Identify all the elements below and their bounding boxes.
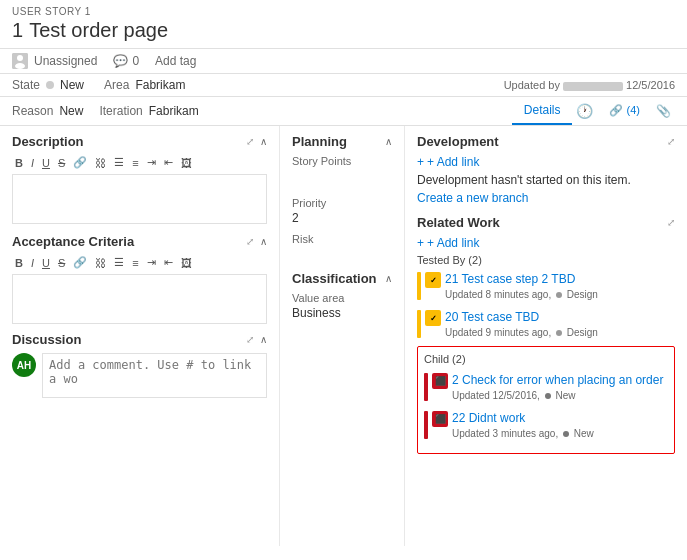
ac-italic-btn[interactable]: I xyxy=(28,256,37,270)
description-section: Description ⤢ ∧ B I U S 🔗 ⛓ ☰ ≡ ⇥ ⇤ 🖼 xyxy=(12,134,267,224)
reason-label: Reason xyxy=(12,104,53,118)
wi-icon-1: ✓ xyxy=(425,272,441,288)
acceptance-toolbar: B I U S 🔗 ⛓ ☰ ≡ ⇥ ⇤ 🖼 xyxy=(12,255,267,270)
development-title: Development xyxy=(417,134,499,149)
tab-history[interactable]: 🕐 xyxy=(572,99,597,123)
create-branch-link[interactable]: Create a new branch xyxy=(417,191,675,205)
wi-title-1[interactable]: 21 Test case step 2 TBD xyxy=(445,272,675,288)
child-icon-1: ⬛ xyxy=(432,373,448,389)
related-add-link[interactable]: + + Add link xyxy=(417,236,675,250)
state-value[interactable]: New xyxy=(60,78,84,92)
ac-underline-btn[interactable]: U xyxy=(39,256,53,270)
user-story-label: USER STORY 1 xyxy=(12,6,675,17)
classification-collapse-icon[interactable]: ∧ xyxy=(385,273,392,284)
value-area-value[interactable]: Business xyxy=(292,306,392,320)
assigned-info[interactable]: Unassigned xyxy=(12,53,97,69)
acceptance-editor[interactable] xyxy=(12,274,267,324)
child-section: Child (2) ⬛ 2 Check for error when placi… xyxy=(417,346,675,454)
priority-label: Priority xyxy=(292,197,392,209)
ac-number-btn[interactable]: ≡ xyxy=(129,256,141,270)
bold-btn[interactable]: B xyxy=(12,156,26,170)
number-list-btn[interactable]: ≡ xyxy=(129,156,141,170)
comment-input[interactable] xyxy=(42,353,267,398)
ac-indent-btn[interactable]: ⇥ xyxy=(144,255,159,270)
planning-title: Planning xyxy=(292,134,347,149)
description-maximize-icon[interactable]: ⤢ xyxy=(246,136,254,147)
acceptance-criteria-section: Acceptance Criteria ⤢ ∧ B I U S 🔗 ⛓ ☰ ≡ … xyxy=(12,234,267,324)
underline-btn[interactable]: U xyxy=(39,156,53,170)
risk-value xyxy=(292,247,392,263)
ac-link-btn[interactable]: 🔗 xyxy=(70,255,90,270)
ac-strike-btn[interactable]: S xyxy=(55,256,68,270)
comment-count: 💬 0 xyxy=(113,54,139,68)
planning-collapse-icon[interactable]: ∧ xyxy=(385,136,392,147)
list-item: ✓ 20 Test case TBD Updated 9 minutes ago… xyxy=(417,308,675,340)
link-icon: 🔗 xyxy=(609,104,623,116)
classification-title: Classification xyxy=(292,271,377,286)
bullet-list-btn[interactable]: ☰ xyxy=(111,155,127,170)
avatar: AH xyxy=(12,353,36,377)
planning-section: Planning ∧ Story Points Priority 2 Risk xyxy=(292,134,392,263)
reason-value[interactable]: New xyxy=(59,104,83,118)
list-item: ⬛ 22 Didnt work Updated 3 minutes ago, N… xyxy=(424,409,668,441)
left-column: Description ⤢ ∧ B I U S 🔗 ⛓ ☰ ≡ ⇥ ⇤ 🖼 xyxy=(0,126,280,546)
assigned-label: Unassigned xyxy=(34,54,97,68)
main-content: Description ⤢ ∧ B I U S 🔗 ⛓ ☰ ≡ ⇥ ⇤ 🖼 xyxy=(0,126,687,546)
child-details-2: 22 Didnt work Updated 3 minutes ago, New xyxy=(452,411,668,439)
image-btn[interactable]: 🖼 xyxy=(178,156,195,170)
iteration-value[interactable]: Fabrikam xyxy=(149,104,199,118)
description-editor[interactable] xyxy=(12,174,267,224)
wi-icon-2: ✓ xyxy=(425,310,441,326)
wi-details-2: 20 Test case TBD Updated 9 minutes ago, … xyxy=(445,310,675,338)
child-status-dot-2 xyxy=(563,431,569,437)
tab-attachments[interactable]: 📎 xyxy=(652,100,675,122)
updated-info: Updated by 12/5/2016 xyxy=(504,79,675,91)
discussion-collapse-icon[interactable]: ∧ xyxy=(260,334,267,345)
description-title: Description xyxy=(12,134,84,149)
header-bar: USER STORY 1 1 Test order page Unassigne… xyxy=(0,0,687,126)
italic-btn[interactable]: I xyxy=(28,156,37,170)
add-link-btn[interactable]: + + Add link xyxy=(417,155,675,169)
comment-number: 0 xyxy=(132,54,139,68)
ac-bold-btn[interactable]: B xyxy=(12,256,26,270)
wi-colorbar-1 xyxy=(417,272,421,300)
child-title-1[interactable]: 2 Check for error when placing an order xyxy=(452,373,668,389)
meta-bar: State New Area Fabrikam Updated by 12/5/… xyxy=(0,74,687,97)
link-btn[interactable]: 🔗 xyxy=(70,155,90,170)
acceptance-maximize-icon[interactable]: ⤢ xyxy=(246,236,254,247)
work-item-number: 1 xyxy=(12,19,23,42)
ac-removelink-btn[interactable]: ⛓ xyxy=(92,256,109,270)
outdent-btn[interactable]: ⇤ xyxy=(161,155,176,170)
state-label: State xyxy=(12,78,40,92)
status-dot-2 xyxy=(556,330,562,336)
child-title: Child (2) xyxy=(424,353,668,365)
add-tag-button[interactable]: Add tag xyxy=(155,54,196,68)
dev-maximize-icon[interactable]: ⤢ xyxy=(667,136,675,147)
strikethrough-btn[interactable]: S xyxy=(55,156,68,170)
child-meta-1: Updated 12/5/2016, New xyxy=(452,390,668,401)
related-maximize-icon[interactable]: ⤢ xyxy=(667,217,675,228)
wi-title-2[interactable]: 20 Test case TBD xyxy=(445,310,675,326)
indent-btn[interactable]: ⇥ xyxy=(144,155,159,170)
tab-details[interactable]: Details xyxy=(512,97,573,125)
discussion-title: Discussion xyxy=(12,332,81,347)
discussion-section: Discussion ⤢ ∧ AH xyxy=(12,332,267,398)
tab-links[interactable]: 🔗 (4) xyxy=(597,98,652,125)
dev-message: Development hasn't started on this item. xyxy=(417,173,675,187)
ac-outdent-btn[interactable]: ⇤ xyxy=(161,255,176,270)
remove-link-btn[interactable]: ⛓ xyxy=(92,156,109,170)
area-label: Area xyxy=(104,78,129,92)
middle-column: Planning ∧ Story Points Priority 2 Risk xyxy=(280,126,405,546)
tested-by-label: Tested By (2) xyxy=(417,254,675,266)
acceptance-collapse-icon[interactable]: ∧ xyxy=(260,236,267,247)
classification-section: Classification ∧ Value area Business xyxy=(292,271,392,320)
ac-bullet-btn[interactable]: ☰ xyxy=(111,255,127,270)
area-value[interactable]: Fabrikam xyxy=(135,78,185,92)
ac-image-btn[interactable]: 🖼 xyxy=(178,256,195,270)
description-toolbar: B I U S 🔗 ⛓ ☰ ≡ ⇥ ⇤ 🖼 xyxy=(12,155,267,170)
child-title-2[interactable]: 22 Didnt work xyxy=(452,411,668,427)
wi-colorbar-2 xyxy=(417,310,421,338)
discussion-maximize-icon[interactable]: ⤢ xyxy=(246,334,254,345)
priority-value[interactable]: 2 xyxy=(292,211,392,225)
description-collapse-icon[interactable]: ∧ xyxy=(260,136,267,147)
